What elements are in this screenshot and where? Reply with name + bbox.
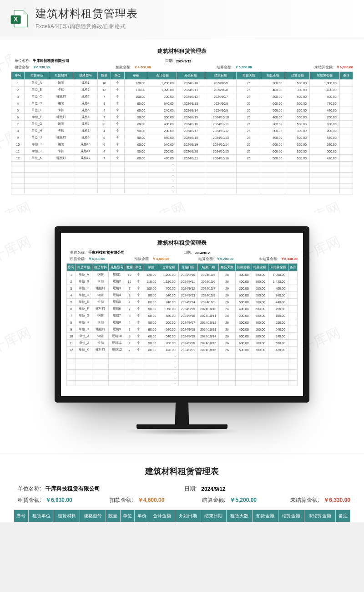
table-row-empty: - [67, 370, 298, 375]
col-header: 结束日期 [205, 72, 237, 80]
table-row: 11单位_J卡扣规格11 4个50.00200.00 2024/9/202024… [67, 340, 298, 347]
excel-icon: X [9, 9, 29, 29]
col-header: 规格型号 [109, 264, 125, 271]
info-row-2: 租赁金额: ￥6,930.00 扣款金额: ￥4,600.00 结算金额: ￥5… [11, 64, 353, 71]
info-row-1: 单位名称: 千库科技租赁有限公司 日期: 2024/9/12 [11, 58, 353, 64]
col-header: 单位 [111, 72, 124, 80]
col-header: 备注 [288, 264, 298, 271]
table-row-empty: - [67, 381, 298, 386]
table-row: 2单位_B卡扣规格2 12个110.001,320.00 2024/9/1120… [11, 87, 353, 93]
table-row: 5单位_E卡扣规格5 4个60.00240.00 2024/9/142024/1… [67, 299, 298, 306]
table-row: 5单位_E卡扣规格5 4个60.00240.00 2024/9/142024/1… [11, 107, 353, 114]
table-row-empty: - [11, 167, 353, 173]
col-header: 数量 [106, 510, 121, 522]
col-header: 租赁材料 [54, 510, 80, 522]
col-header: 租赁天数 [237, 72, 261, 80]
col-header: 租赁单位 [76, 264, 92, 271]
table-row-empty: - [67, 364, 298, 370]
col-header: 开始日期 [178, 264, 197, 271]
table-row-empty: - [67, 359, 298, 364]
spreadsheet-bottom: 建筑材料租赁管理表 单位名称: 千库科技租赁有限公司 日期: 2024/9/12… [14, 463, 350, 522]
col-header: 规格型号 [73, 72, 98, 80]
table-row-empty: - [67, 375, 298, 381]
table-row-empty: - [11, 184, 353, 189]
col-header: 租赁材料 [49, 72, 73, 80]
table-row: 8单位_H卡扣规格8 4个50.00200.00 2024/9/172024/1… [11, 128, 353, 134]
info-row-2: 租赁金额: ￥6,930.00 扣款金额: ￥4,600.00 结算金额: ￥5… [66, 256, 298, 262]
col-header: 租赁天数 [227, 510, 253, 522]
col-header: 规格型号 [80, 510, 106, 522]
template-subtitle: Excel/A4打印/内容随意修改/自带格式 [35, 23, 138, 31]
table-row-empty: - [11, 173, 353, 178]
table-row: 4单位_D钢管规格4 8个80.00640.00 2024/9/132024/1… [67, 292, 298, 299]
col-header: 未结算金额 [309, 72, 339, 80]
col-header: 未结算金额 [268, 264, 288, 271]
table-row: 4单位_D钢管规格4 8个80.00640.00 2024/9/132024/1… [11, 100, 353, 107]
info-row-1: 单位名称: 千库科技租赁有限公司 日期: 2024/9/12 [66, 250, 298, 256]
sheet-title: 建筑材料租赁管理表 [14, 463, 350, 483]
col-header: 结束日期 [197, 264, 219, 271]
col-header: 租赁单位 [28, 510, 54, 522]
table-row: 3单位_C螺丝钉规格3 7个100.00700.00 2024/9/122024… [11, 93, 353, 100]
col-header: 数量 [97, 72, 111, 80]
data-table: 序号租赁单位租赁材料规格型号数量单位单价合计金额开始日期结束日期租赁天数扣款金额… [66, 263, 298, 386]
col-header: 序号 [67, 264, 76, 271]
table-row-empty: - [11, 162, 353, 167]
template-header: X 建筑材料租赁管理表 Excel/A4打印/内容随意修改/自带格式 [0, 0, 364, 37]
col-header: 序号 [14, 510, 29, 522]
spreadsheet-top: 建筑材料租赁管理表 单位名称: 千库科技租赁有限公司 日期: 2024/9/12… [11, 46, 353, 194]
table-row: 1单位_A钢管规格1 10个120.001,200.00 2024/9/1020… [11, 80, 353, 87]
col-header: 单价 [143, 264, 159, 271]
col-header: 合计金额 [159, 264, 178, 271]
col-header: 合计金额 [149, 510, 175, 522]
table-row: 7单位_G钢管规格7 8个60.00480.00 2024/9/162024/1… [67, 312, 298, 319]
template-title: 建筑材料租赁管理表 [35, 6, 138, 21]
table-row-empty: - [11, 189, 353, 194]
table-row: 2单位_B卡扣规格2 12个110.001,320.00 2024/9/1120… [67, 278, 298, 285]
monitor-shadow [123, 427, 241, 435]
col-header: 单价 [135, 510, 149, 522]
sheet-title: 建筑材料租赁管理表 [11, 46, 353, 58]
table-row: 7单位_G钢管规格7 8个60.00480.00 2024/9/162024/1… [11, 121, 353, 128]
spreadsheet-monitor: 建筑材料租赁管理表 单位名称: 千库科技租赁有限公司 日期: 2024/9/12… [66, 237, 298, 386]
col-header: 扣款金额 [253, 510, 278, 522]
col-header: 开始日期 [177, 72, 205, 80]
col-header: 扣款金额 [261, 72, 285, 80]
monitor-stand [166, 403, 198, 425]
col-header: 结算金额 [252, 264, 268, 271]
col-header: 扣款金额 [235, 264, 252, 271]
info-row-2: 租赁金额: ￥6,930.00 扣款金额: ￥4,600.00 结算金额: ￥5… [14, 495, 350, 506]
data-table: 序号租赁单位租赁材料规格型号数量单位单价合计金额开始日期结束日期租赁天数扣款金额… [11, 71, 353, 194]
table-row: 3单位_C螺丝钉规格3 7个100.00700.00 2024/9/122024… [67, 285, 298, 292]
col-header: 序号 [11, 72, 25, 80]
table-row: 10单位_J钢管规格10 9个60.00540.00 2024/9/192024… [67, 333, 298, 340]
col-header: 结束日期 [201, 510, 227, 522]
table-row: 12单位_K螺丝钉规格12 7个60.00420.00 2024/9/21202… [67, 347, 298, 353]
col-header: 合计金额 [148, 72, 177, 80]
monitor-preview-area: 千库网 千库网 千库网 千库网 千库网 千库网 建筑材料租赁管理表 单位名称: … [0, 213, 364, 454]
col-header: 备注 [336, 510, 350, 522]
table-row: 1单位_A钢管规格1 10个120.001,200.00 2024/9/1020… [67, 271, 298, 278]
col-header: 单位 [134, 264, 143, 271]
table-row: 6单位_F螺丝钉规格6 7个50.00350.00 2024/9/152024/… [67, 306, 298, 312]
bottom-cropped-sheet: 建筑材料租赁管理表 单位名称: 千库科技租赁有限公司 日期: 2024/9/12… [0, 454, 364, 522]
data-table: 序号租赁单位租赁材料规格型号数量单位单价合计金额开始日期结束日期租赁天数扣款金额… [14, 510, 350, 522]
info-row-1: 单位名称: 千库科技租赁有限公司 日期: 2024/9/12 [14, 483, 350, 495]
preview-sheet-area: 千库网 千库网 千库网 千库网 千库网 千库网 千库网 千库网 千库网 建筑材料… [0, 37, 364, 213]
table-row: 8单位_H卡扣规格8 4个50.00200.00 2024/9/172024/1… [67, 319, 298, 326]
monitor-mockup: 建筑材料租赁管理表 单位名称: 千库科技租赁有限公司 日期: 2024/9/12… [55, 226, 309, 435]
col-header: 开始日期 [175, 510, 201, 522]
col-header: 结算金额 [285, 72, 310, 80]
table-row: 9单位_U螺丝钉规格9 8个80.00640.00 2024/9/182024/… [67, 326, 298, 333]
table-row: 9单位_U螺丝钉规格9 8个80.00640.00 2024/9/182024/… [11, 134, 353, 141]
col-header: 单位 [120, 510, 135, 522]
svg-text:X: X [14, 16, 18, 23]
sheet-title: 建筑材料租赁管理表 [66, 237, 298, 250]
table-row: 10单位_J钢管规格10 9个60.00540.00 2024/9/192024… [11, 141, 353, 148]
col-header: 未结算金额 [304, 510, 335, 522]
table-row: 6单位_F螺丝钉规格6 7个50.00350.00 2024/9/152024/… [11, 114, 353, 121]
table-row-empty: - [11, 178, 353, 184]
col-header: 数量 [125, 264, 134, 271]
col-header: 租赁单位 [25, 72, 49, 80]
monitor-screen: 建筑材料租赁管理表 单位名称: 千库科技租赁有限公司 日期: 2024/9/12… [55, 226, 309, 403]
